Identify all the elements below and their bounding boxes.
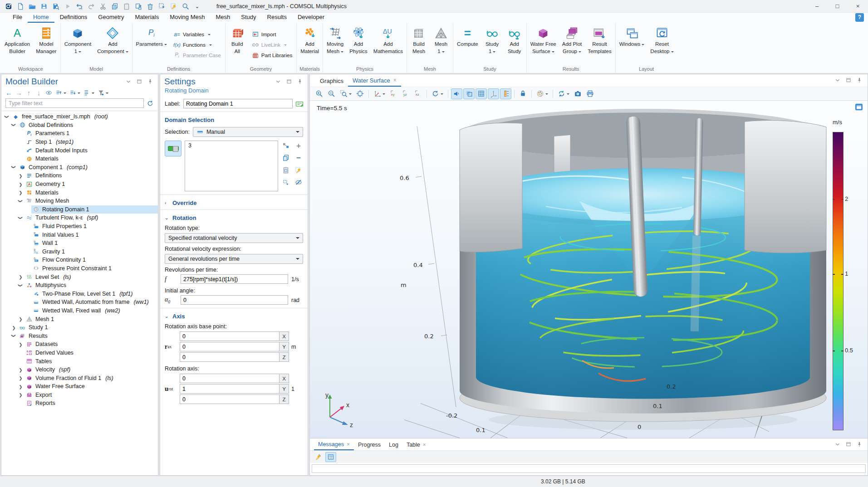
close-tab-icon[interactable]: ×	[393, 77, 397, 83]
tree-item[interactable]: DFluid Properties 1	[1, 222, 158, 231]
axis-section[interactable]: ⌄Axis	[160, 310, 308, 321]
clear-selection-button[interactable]	[168, 1, 179, 12]
tree-item[interactable]: Wetted Wall, Automatic from frame(ww1)	[1, 298, 158, 307]
menu-tab-definitions[interactable]: Definitions	[54, 13, 93, 23]
tree-item[interactable]: ❯Component 1(comp1)	[1, 163, 158, 172]
paste-small-button[interactable]	[281, 166, 290, 174]
view-yz-button[interactable]: yz	[400, 88, 412, 99]
add-study-button[interactable]: AddStudy	[504, 24, 525, 66]
chevron-down-button[interactable]	[125, 78, 132, 85]
refresh-icon[interactable]	[147, 100, 154, 107]
update-plot-button[interactable]	[556, 88, 571, 99]
rename-icon[interactable]	[296, 100, 303, 107]
tree-item[interactable]: Default Model Inputs	[1, 146, 158, 155]
initial-angle-input[interactable]	[181, 295, 288, 305]
expand-icon[interactable]: ❯	[17, 274, 25, 279]
tree-item[interactable]: ❯Geometry 1	[1, 180, 158, 189]
tree-item[interactable]: Materials	[1, 155, 158, 163]
zoom-in-button[interactable]	[314, 88, 325, 99]
close-tab-icon[interactable]: ×	[423, 442, 426, 448]
open-file-button[interactable]	[26, 1, 38, 12]
tree-item[interactable]: ❯Global Definitions	[1, 121, 158, 130]
expand-icon[interactable]: ❯	[17, 375, 25, 380]
pin-button[interactable]	[296, 78, 304, 85]
move-down-button[interactable]: ↓	[35, 89, 42, 96]
delete-button[interactable]	[144, 1, 156, 12]
tree-item[interactable]: ❯Export	[1, 391, 158, 399]
reset-desktop-button[interactable]: ResetDesktop	[647, 24, 676, 66]
close-tab-icon[interactable]: ×	[347, 441, 350, 448]
expand-icon[interactable]: ❯	[17, 190, 25, 195]
image-snapshot-button[interactable]	[572, 88, 584, 99]
tree-item[interactable]: DWall 1	[1, 239, 158, 248]
functions-button[interactable]: f(x)Functions	[171, 40, 223, 50]
move-up-button[interactable]: ↑	[25, 89, 32, 96]
zoom-out-button[interactable]	[326, 88, 337, 99]
expand-icon[interactable]: ❯	[17, 317, 25, 321]
tree-item[interactable]: ❯Turbulent Flow, k-ε(spf)	[1, 214, 158, 222]
selection-dropdown[interactable]: Manual	[193, 127, 303, 137]
table-window-button[interactable]	[325, 452, 336, 462]
rotate-view-button[interactable]	[430, 88, 445, 99]
livelink-button[interactable]: LiveLink	[250, 40, 294, 50]
search-button[interactable]	[180, 1, 191, 12]
tree-item[interactable]: Step 1(step1)	[1, 138, 158, 146]
tree-item[interactable]: Two-Phase Flow, Level Set 1(tpf1)	[1, 289, 158, 298]
collapse-icon[interactable]: ❯	[5, 113, 10, 121]
menu-tab-mesh[interactable]: Mesh	[210, 13, 235, 23]
save-search-button[interactable]	[50, 1, 61, 12]
collapse-icon[interactable]: ❯	[11, 163, 16, 171]
tree-item[interactable]: DGravity 1	[1, 248, 158, 256]
tree-item[interactable]: ❯Moving Mesh	[1, 197, 158, 205]
copy-button[interactable]	[109, 1, 120, 12]
application-builder-button[interactable]: AApplicationBuilder	[2, 24, 33, 66]
menu-tab-materials[interactable]: Materials	[129, 13, 164, 23]
color-legend-button[interactable]	[500, 88, 511, 99]
help-button[interactable]: ?	[855, 13, 864, 22]
expand-icon[interactable]: ❯	[10, 325, 18, 330]
selection-list[interactable]: 3	[185, 141, 278, 191]
chevron-down-button[interactable]	[834, 441, 841, 448]
tree-item[interactable]: Pressure Point Constraint 1	[1, 264, 158, 273]
tree-item[interactable]: ❯Datasets	[1, 340, 158, 349]
nav-forward-button[interactable]: →	[15, 89, 22, 96]
add-mathematics-button[interactable]: ΔUAddMathematics	[371, 24, 406, 66]
orientation-axes-button[interactable]	[488, 88, 499, 99]
tree-item[interactable]: PiParameters 1	[1, 129, 158, 138]
build-mesh-button[interactable]: BuildMesh	[408, 24, 430, 66]
collapse-icon[interactable]: ❯	[11, 332, 16, 340]
add-plot-group-button[interactable]: Add PlotGroup	[559, 24, 584, 66]
close-button[interactable]: ×	[848, 0, 868, 13]
zoom-box-button[interactable]	[338, 88, 353, 99]
import-button[interactable]: Import	[250, 29, 294, 40]
appearance-button[interactable]	[535, 88, 550, 99]
link-cubes-button[interactable]	[281, 141, 290, 150]
parameter-case-button[interactable]: PiParameter Case	[171, 50, 223, 61]
compute-button[interactable]: =Compute	[454, 24, 481, 66]
remove-item-button[interactable]: −	[294, 154, 303, 162]
add-physics-button[interactable]: AddPhysics	[347, 24, 370, 66]
expand-icon[interactable]: ❯	[17, 342, 25, 347]
tree-item[interactable]: ❯Multiphysics	[1, 281, 158, 290]
tree-item[interactable]: ❯Definitions	[1, 171, 158, 180]
tree-item[interactable]: ❯Water Free Surface	[1, 382, 158, 391]
duplicate-button[interactable]	[132, 1, 144, 12]
info-tab-progress[interactable]: Progress	[354, 439, 385, 450]
info-tab-messages[interactable]: Messages×	[314, 439, 354, 450]
tree-item[interactable]: ❯◆free_surface_mixer_ls.mph(root)	[1, 112, 158, 121]
nav-back-button[interactable]: ←	[5, 89, 12, 96]
float-button[interactable]	[285, 78, 293, 85]
redo-button[interactable]	[85, 1, 97, 12]
tree-item[interactable]: Rotating Domain 1	[1, 205, 158, 214]
tree-item[interactable]: Reports	[1, 399, 158, 408]
print-button[interactable]	[584, 88, 596, 99]
parameters-button[interactable]: PiParameters	[133, 24, 170, 66]
menu-tab-developer[interactable]: Developer	[292, 13, 330, 23]
maximize-button[interactable]: □	[827, 0, 848, 13]
axisrows-x-input[interactable]	[180, 374, 279, 383]
run-button[interactable]	[62, 1, 73, 12]
collapse-icon[interactable]: ❯	[18, 214, 23, 222]
tree-item[interactable]: ❯Volume Fraction of Fluid 1(ls)	[1, 374, 158, 382]
add-material-button[interactable]: AddMaterial	[298, 24, 322, 66]
label-input[interactable]	[183, 99, 293, 108]
